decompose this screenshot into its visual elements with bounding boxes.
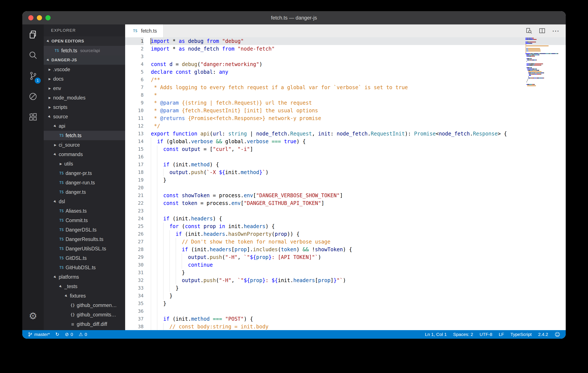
- minimize-button[interactable]: [37, 15, 42, 20]
- sidebar-explorer: EXPLORER ▶ OPEN EDITORS TS fetch.ts sour…: [44, 24, 125, 330]
- git-branch-icon: [28, 332, 32, 337]
- tree-file-github_diff.diff[interactable]: ≡github_diff.diff: [44, 320, 125, 329]
- activity-source-control[interactable]: 1: [22, 66, 44, 86]
- tree-folder-utils[interactable]: ▶utils: [44, 159, 125, 169]
- activity-bar: 1 ⚙: [22, 24, 44, 330]
- tree-file-danger.ts[interactable]: TSdanger.ts: [44, 187, 125, 197]
- tree-file-fetch.ts[interactable]: TSfetch.ts: [44, 131, 125, 140]
- status-indentation[interactable]: Spaces: 2: [453, 332, 473, 337]
- tree-folder-docs[interactable]: ▶docs: [44, 74, 125, 84]
- tree-folder-ci_source[interactable]: ▶ci_source: [44, 140, 125, 150]
- feedback-smiley-icon: ☺: [555, 332, 560, 337]
- tree-folder-_tests[interactable]: ▶_tests: [44, 282, 125, 291]
- status-cursor-position[interactable]: Ln 1, Col 1: [425, 332, 447, 337]
- editor-group: TS fetch.ts: [125, 24, 566, 330]
- typescript-file-icon: TS: [132, 29, 139, 33]
- project-section-header[interactable]: ▶ DANGER-JS: [44, 55, 125, 65]
- tree-folder-source[interactable]: ▶source: [44, 112, 125, 121]
- open-editor-item-fetch-ts[interactable]: TS fetch.ts source/api: [44, 46, 125, 55]
- titlebar: fetch.ts — danger-js: [22, 11, 566, 24]
- branch-label: master*: [34, 332, 50, 337]
- scm-badge: 1: [35, 78, 41, 84]
- more-actions-button[interactable]: ⋯: [552, 27, 559, 34]
- tree-folder-node_modules[interactable]: ▶node_modules: [44, 93, 125, 102]
- open-editor-filename: fetch.ts: [61, 48, 77, 53]
- tab-fetch-ts[interactable]: TS fetch.ts: [125, 24, 164, 37]
- status-git-branch[interactable]: master*: [28, 332, 50, 337]
- sync-icon: ↻: [55, 332, 59, 337]
- status-language-mode[interactable]: TypeScript: [510, 332, 532, 337]
- warning-icon: ⚠: [79, 332, 83, 337]
- tree-file-Aliases.ts[interactable]: TSAliases.ts: [44, 206, 125, 216]
- activity-explorer[interactable]: [22, 24, 44, 45]
- tree-folder-env[interactable]: ▶env: [44, 84, 125, 93]
- window-title: fetch.ts — danger-js: [22, 15, 566, 21]
- minimap[interactable]: [525, 38, 558, 87]
- open-editors-header[interactable]: ▶ OPEN EDITORS: [44, 36, 125, 46]
- project-name-label: DANGER-JS: [52, 58, 77, 62]
- zoom-button[interactable]: [45, 15, 51, 20]
- find-file-icon: [525, 27, 532, 34]
- activity-settings[interactable]: ⚙: [22, 306, 44, 326]
- error-icon: ⊘: [65, 332, 69, 337]
- gutter[interactable]: 1234567891011121314151617181920212223242…: [125, 37, 151, 330]
- status-eol[interactable]: LF: [499, 332, 504, 337]
- tree-folder-fixtures[interactable]: ▶fixtures: [44, 291, 125, 300]
- open-editor-path: source/api: [80, 48, 100, 53]
- tree-folder-commands[interactable]: ▶commands: [44, 150, 125, 159]
- editor-actions: ⋯: [525, 24, 566, 37]
- code-area: 1234567891011121314151617181920212223242…: [125, 37, 566, 330]
- code-lines[interactable]: import * as debug from "debug"import * a…: [151, 37, 566, 330]
- open-changes-button[interactable]: [525, 27, 532, 34]
- tree-file-danger-pr.ts[interactable]: TSdanger-pr.ts: [44, 169, 125, 178]
- tree-file-GitDSL.ts[interactable]: TSGitDSL.ts: [44, 253, 125, 263]
- files-icon: [28, 30, 38, 39]
- status-errors[interactable]: ⊘ 0: [65, 332, 73, 337]
- status-encoding[interactable]: UTF-8: [480, 332, 493, 337]
- ellipsis-icon: ⋯: [552, 27, 559, 34]
- warning-count: 0: [85, 332, 87, 337]
- split-editor-icon: [539, 27, 546, 34]
- tab-label: fetch.ts: [141, 28, 157, 34]
- chevron-expanded-icon: ▶: [45, 38, 52, 44]
- status-bar: master* ↻ ⊘ 0 ⚠ 0 Ln 1, Col 1Spaces: 2UT…: [22, 330, 566, 339]
- traffic-lights: [28, 11, 51, 24]
- chevron-expanded-icon: ▶: [45, 57, 52, 63]
- tree-file-DangerResults.ts[interactable]: TSDangerResults.ts: [44, 234, 125, 244]
- debug-icon: [28, 92, 38, 101]
- status-extension-version[interactable]: 2.4.2: [538, 332, 548, 337]
- tree-file-github_commits…[interactable]: {}github_commits…: [44, 310, 125, 320]
- explorer-title: EXPLORER: [44, 24, 125, 36]
- tree-file-github_commen…[interactable]: {}github_commen…: [44, 300, 125, 310]
- open-editors-label: OPEN EDITORS: [52, 39, 84, 43]
- split-editor-button[interactable]: [539, 27, 546, 34]
- typescript-file-icon: TS: [53, 48, 60, 53]
- close-button[interactable]: [28, 15, 33, 20]
- extensions-icon: [28, 112, 38, 122]
- tree-folder-.vscode[interactable]: ▶.vscode: [44, 65, 125, 74]
- settings-gear-icon: ⚙: [29, 311, 37, 321]
- activity-debug[interactable]: [22, 86, 44, 107]
- tree-file-DangerDSL.ts[interactable]: TSDangerDSL.ts: [44, 225, 125, 234]
- activity-extensions[interactable]: [22, 107, 44, 127]
- status-sync[interactable]: ↻: [55, 332, 59, 337]
- tab-bar: TS fetch.ts: [125, 24, 566, 37]
- status-feedback[interactable]: ☺: [555, 332, 560, 337]
- tree-file-GitHubDSL.ts[interactable]: TSGitHubDSL.ts: [44, 263, 125, 272]
- tree-file-Commit.ts[interactable]: TSCommit.ts: [44, 216, 125, 225]
- vscode-window: fetch.ts — danger-js 1: [22, 11, 566, 339]
- tree-folder-scripts[interactable]: ▶scripts: [44, 102, 125, 112]
- status-warnings[interactable]: ⚠ 0: [79, 332, 87, 337]
- activity-search[interactable]: [22, 45, 44, 66]
- error-count: 0: [71, 332, 73, 337]
- tree-folder-api[interactable]: ▶api: [44, 121, 125, 131]
- tree-file-DangerUtilsDSL.ts[interactable]: TSDangerUtilsDSL.ts: [44, 244, 125, 253]
- tree-folder-platforms[interactable]: ▶platforms: [44, 272, 125, 282]
- file-tree: ▶.vscode▶docs▶env▶node_modules▶scripts▶s…: [44, 65, 125, 330]
- tree-file-danger-run.ts[interactable]: TSdanger-run.ts: [44, 178, 125, 187]
- tree-folder-dsl[interactable]: ▶dsl: [44, 197, 125, 206]
- search-icon: [28, 51, 38, 60]
